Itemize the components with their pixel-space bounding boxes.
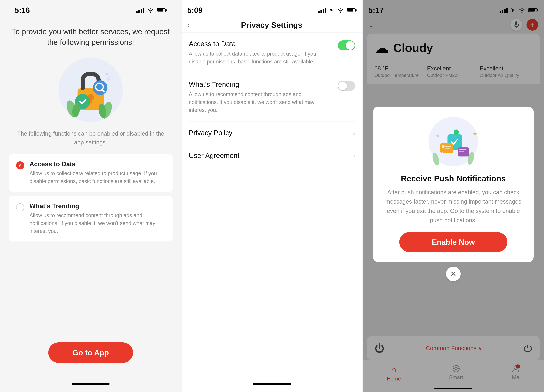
- panel-privacy-settings: 5:09 ‹ Privac: [181, 0, 363, 392]
- enable-now-button[interactable]: Enable Now: [399, 232, 507, 252]
- permission-card-data: ✓ Access to Data Allow us to collect dat…: [9, 154, 172, 192]
- user-agreement-link[interactable]: User Agreement ›: [187, 144, 357, 167]
- back-button[interactable]: ‹: [187, 21, 190, 29]
- svg-text:★: ★: [436, 133, 440, 138]
- time-panel2: 5:09: [187, 6, 202, 15]
- status-bar-panel1: 5:16: [9, 0, 172, 17]
- setting-desc-trending: Allow us to recommend content through ad…: [189, 90, 332, 114]
- privacy-policy-label: Privacy Policy: [189, 129, 232, 137]
- svg-point-0: [150, 12, 151, 13]
- svg-point-6: [109, 76, 111, 78]
- wifi-icon: [147, 8, 154, 13]
- user-agreement-label: User Agreement: [189, 151, 239, 160]
- notification-illustration: ★ ★: [427, 115, 480, 168]
- privacy-nav: ‹ Privacy Settings: [182, 17, 362, 33]
- wifi-icon-p2: [337, 8, 344, 13]
- setting-title-data: Access to Data: [189, 40, 332, 48]
- push-notification-modal: ★ ★ Receive Push Notifications After pus…: [373, 107, 534, 262]
- toggle-trending[interactable]: [338, 81, 355, 91]
- svg-point-19: [340, 12, 341, 13]
- modal-overlay: ★ ★ Receive Push Notifications After pus…: [363, 0, 544, 392]
- privacy-settings-title: Privacy Settings: [194, 20, 349, 29]
- svg-rect-38: [459, 149, 467, 150]
- time-panel1: 5:16: [15, 6, 30, 15]
- svg-rect-2: [166, 9, 167, 11]
- battery-icon: [157, 8, 167, 13]
- setting-row-data: Access to Data Allow us to collect data …: [187, 33, 357, 73]
- svg-point-7: [107, 78, 110, 81]
- panel-home: 5:17 ⌄: [363, 0, 544, 392]
- permission-text-trending: What's Trending Allow us to recommend co…: [30, 202, 165, 235]
- setting-row-trending: What's Trending Allow us to recommend co…: [187, 73, 357, 121]
- svg-rect-3: [157, 9, 163, 12]
- status-icons-panel2: [318, 7, 357, 13]
- location-icon: [329, 8, 334, 13]
- modal-title: Receive Push Notifications: [401, 174, 506, 183]
- svg-rect-39: [459, 151, 464, 152]
- status-icons-panel1: [136, 7, 167, 13]
- privacy-policy-link[interactable]: Privacy Policy ›: [187, 121, 357, 144]
- settings-section: Access to Data Allow us to collect data …: [182, 33, 362, 167]
- toggle-data[interactable]: [338, 40, 355, 50]
- svg-point-12: [93, 80, 107, 95]
- svg-point-5: [106, 73, 108, 75]
- lock-illustration: [57, 56, 124, 123]
- chevron-right-icon-2: ›: [353, 152, 355, 159]
- permissions-subtext: The following functions can be enabled o…: [9, 129, 172, 147]
- svg-rect-21: [355, 9, 356, 11]
- permission-check-data: ✓: [16, 161, 24, 169]
- svg-point-34: [442, 145, 444, 148]
- svg-rect-36: [445, 148, 450, 149]
- svg-point-32: [454, 129, 459, 135]
- signal-icon-p2: [318, 7, 326, 13]
- panel-permissions: 5:16 To provide you with better services…: [0, 0, 181, 392]
- chevron-right-icon: ›: [353, 129, 355, 137]
- modal-close-button[interactable]: ✕: [446, 267, 461, 281]
- home-indicator-panel1: [72, 383, 110, 385]
- signal-icon: [136, 7, 144, 13]
- svg-rect-22: [347, 9, 353, 12]
- permissions-header: To provide you with better services, we …: [9, 26, 172, 47]
- setting-title-trending: What's Trending: [189, 80, 332, 88]
- permission-check-trending: [16, 203, 24, 212]
- setting-desc-data: Allow us to collect data related to prod…: [189, 50, 332, 66]
- home-indicator-panel2: [253, 383, 291, 385]
- status-bar-panel2: 5:09: [182, 0, 362, 17]
- modal-description: After push notifications are enabled, yo…: [382, 188, 525, 225]
- permission-card-trending: What's Trending Allow us to recommend co…: [9, 196, 172, 242]
- svg-rect-35: [445, 146, 451, 147]
- battery-icon-p2: [347, 8, 357, 13]
- permission-text-data: Access to Data Allow us to collect data …: [30, 160, 165, 185]
- svg-text:★: ★: [472, 131, 478, 137]
- go-to-app-button[interactable]: Go to App: [48, 342, 133, 363]
